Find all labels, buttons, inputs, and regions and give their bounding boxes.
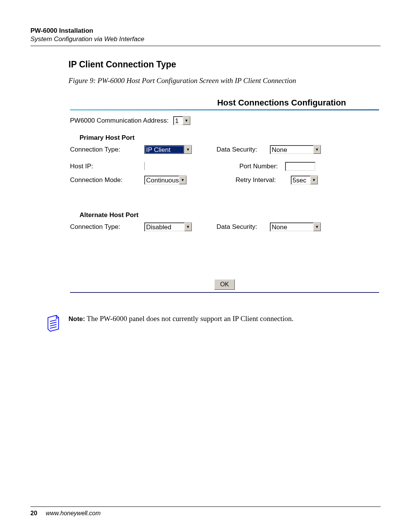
page-number: 20	[30, 510, 37, 516]
doc-title: PW-6000 Installation	[30, 27, 381, 35]
connection-mode-label: Connection Mode:	[70, 176, 144, 184]
alt-data-security-label: Data Security:	[217, 223, 270, 231]
page-footer: 20 www.honeywell.com	[30, 506, 381, 517]
bottom-rule	[70, 292, 379, 293]
alt-connection-type-label: Connection Type:	[70, 223, 144, 231]
chevron-down-icon: ▼	[310, 176, 318, 184]
doc-subtitle: System Configuration via Web Interface	[30, 35, 381, 43]
primary-data-security-value: None	[270, 145, 313, 154]
note-body: The PW-6000 panel does not currently sup…	[85, 315, 293, 323]
host-ip-input[interactable]	[144, 162, 145, 170]
svg-line-0	[50, 320, 56, 321]
primary-connection-type-label: Connection Type:	[70, 146, 144, 153]
chevron-down-icon: ▼	[313, 145, 321, 154]
note-text: Note: The PW-6000 panel does not current…	[68, 314, 293, 324]
chevron-down-icon: ▼	[184, 145, 192, 154]
screenshot-title: Host Connections Configuration	[70, 96, 379, 109]
port-number-input[interactable]	[285, 162, 315, 171]
page-header: PW-6000 Installation System Configuratio…	[30, 27, 381, 43]
chevron-down-icon: ▼	[183, 117, 190, 125]
alt-data-security-value: None	[270, 223, 313, 231]
connection-mode-select[interactable]: Continuous ▼	[144, 176, 187, 185]
retry-interval-label: Retry Interval:	[236, 176, 291, 184]
alt-connection-type-value: Disabled	[145, 223, 184, 231]
alternate-host-heading: Alternate Host Port	[80, 211, 379, 219]
primary-connection-type-select[interactable]: IP Client ▼	[144, 145, 192, 154]
chevron-down-icon: ▼	[184, 223, 192, 231]
figure-caption: Figure 9: PW-6000 Host Port Configuratio…	[68, 77, 381, 85]
primary-connection-type-value: IP Client	[145, 145, 184, 154]
header-rule	[30, 46, 381, 46]
svg-line-2	[50, 324, 56, 326]
comm-address-select[interactable]: 1 ▼	[173, 116, 191, 125]
alt-connection-type-select[interactable]: Disabled ▼	[144, 222, 192, 232]
chevron-down-icon: ▼	[179, 176, 186, 184]
title-rule	[70, 109, 379, 110]
ok-button-label: OK	[220, 281, 229, 288]
connection-mode-value: Continuous	[145, 176, 179, 184]
retry-interval-select[interactable]: 5sec ▼	[291, 176, 318, 185]
footer-url: www.honeywell.com	[46, 510, 100, 516]
svg-line-3	[50, 327, 56, 328]
svg-line-1	[50, 322, 56, 324]
alt-data-security-select[interactable]: None ▼	[270, 222, 321, 232]
retry-interval-value: 5sec	[291, 176, 310, 184]
chevron-down-icon: ▼	[313, 223, 321, 231]
host-ip-label: Host IP:	[70, 163, 144, 170]
note-icon	[46, 314, 61, 334]
ok-button[interactable]: OK	[214, 279, 235, 290]
comm-address-label: PW6000 Communication Address:	[70, 117, 169, 125]
port-number-label: Port Number:	[239, 163, 285, 170]
primary-data-security-select[interactable]: None ▼	[270, 145, 321, 154]
comm-address-value: 1	[174, 117, 183, 125]
primary-host-heading: Primary Host Port	[80, 134, 379, 142]
screenshot-panel: Host Connections Configuration PW6000 Co…	[68, 96, 381, 304]
note-prefix: Note:	[68, 315, 85, 323]
footer-rule	[30, 506, 381, 507]
primary-data-security-label: Data Security:	[217, 146, 270, 153]
section-heading: IP Client Connection Type	[68, 59, 381, 70]
